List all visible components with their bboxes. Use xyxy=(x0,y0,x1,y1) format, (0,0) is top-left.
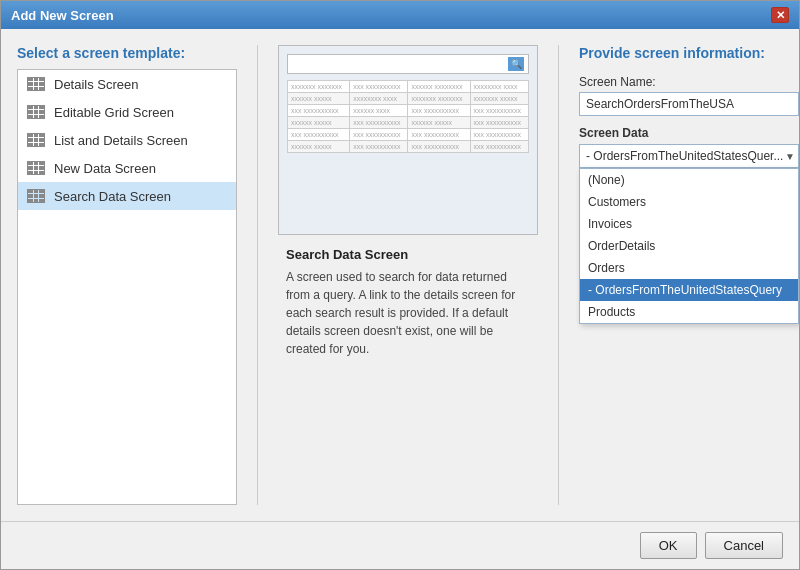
dropdown-item-customers[interactable]: Customers xyxy=(580,191,798,213)
right-panel-title: Provide screen information: xyxy=(579,45,799,61)
template-item-editable-grid[interactable]: Editable Grid Screen xyxy=(18,98,236,126)
dropdown-item-order-details[interactable]: OrderDetails xyxy=(580,235,798,257)
table-row: xxxxxxx xxxxxxx xxx xxxxxxxxxx xxxxxx xx… xyxy=(288,81,529,93)
dialog-title: Add New Screen xyxy=(11,8,114,23)
new-data-icon xyxy=(26,160,46,176)
search-data-icon xyxy=(26,188,46,204)
preview-search-button: 🔍 xyxy=(508,57,524,71)
template-list: Details Screen Editable Grid Screen List… xyxy=(17,69,237,505)
left-panel-title: Select a screen template: xyxy=(17,45,237,61)
ok-button[interactable]: OK xyxy=(640,532,697,559)
dropdown-item-orders-from-usa[interactable]: - OrdersFromTheUnitedStatesQuery xyxy=(580,279,798,301)
preview-area: 🔍 xxxxxxx xxxxxxx xxx xxxxxxxxxx xxxxxx … xyxy=(278,45,538,235)
dropdown-item-orders[interactable]: Orders xyxy=(580,257,798,279)
dialog-footer: OK Cancel xyxy=(1,521,799,569)
preview-table: xxxxxxx xxxxxxx xxx xxxxxxxxxx xxxxxx xx… xyxy=(287,80,529,153)
dropdown-selected-value[interactable]: - OrdersFromTheUnitedStatesQuer... xyxy=(579,144,799,168)
dropdown-list: (None) Customers Invoices OrderDetails O… xyxy=(579,168,799,324)
template-label-search-data: Search Data Screen xyxy=(54,189,171,204)
screen-name-input[interactable] xyxy=(579,92,799,116)
template-item-list-details[interactable]: List and Details Screen xyxy=(18,126,236,154)
dialog-body: Select a screen template: Details Screen… xyxy=(1,29,799,521)
center-panel: 🔍 xxxxxxx xxxxxxx xxx xxxxxxxxxx xxxxxx … xyxy=(278,45,538,505)
title-bar: Add New Screen ✕ xyxy=(1,1,799,29)
dropdown-item-products[interactable]: Products xyxy=(580,301,798,323)
screen-name-label: Screen Name: xyxy=(579,75,799,89)
screen-data-label: Screen Data xyxy=(579,126,799,140)
table-row: xxx xxxxxxxxxx xxx xxxxxxxxxx xxx xxxxxx… xyxy=(288,129,529,141)
description-text: A screen used to search for data returne… xyxy=(286,268,530,358)
template-label-details: Details Screen xyxy=(54,77,139,92)
table-row: xxxxxx xxxxx xxxxxxxx xxxx xxxxxxx xxxxx… xyxy=(288,93,529,105)
template-label-new-data: New Data Screen xyxy=(54,161,156,176)
dropdown-item-none[interactable]: (None) xyxy=(580,169,798,191)
table-row: xxxxxx xxxxx xxx xxxxxxxxxx xxx xxxxxxxx… xyxy=(288,141,529,153)
template-label-editable-grid: Editable Grid Screen xyxy=(54,105,174,120)
preview-search-bar: 🔍 xyxy=(287,54,529,74)
cancel-button[interactable]: Cancel xyxy=(705,532,783,559)
table-row: xxxxxx xxxxx xxx xxxxxxxxxx xxxxxx xxxxx… xyxy=(288,117,529,129)
screen-data-dropdown[interactable]: - OrdersFromTheUnitedStatesQuer... ▼ (No… xyxy=(579,144,799,168)
table-row: xxx xxxxxxxxxx xxxxxx xxxx xxx xxxxxxxxx… xyxy=(288,105,529,117)
add-new-screen-dialog: Add New Screen ✕ Select a screen templat… xyxy=(0,0,800,570)
template-item-new-data[interactable]: New Data Screen xyxy=(18,154,236,182)
vertical-divider xyxy=(257,45,258,505)
vertical-divider-2 xyxy=(558,45,559,505)
close-button[interactable]: ✕ xyxy=(771,7,789,23)
screen-name-section: Screen Name: xyxy=(579,75,799,116)
description-title: Search Data Screen xyxy=(286,247,530,262)
dropdown-selected-text: - OrdersFromTheUnitedStatesQuer... xyxy=(586,149,783,163)
left-panel: Select a screen template: Details Screen… xyxy=(17,45,237,505)
editable-grid-icon xyxy=(26,104,46,120)
right-panel: Provide screen information: Screen Name:… xyxy=(579,45,799,505)
dropdown-item-invoices[interactable]: Invoices xyxy=(580,213,798,235)
description-area: Search Data Screen A screen used to sear… xyxy=(278,247,538,358)
details-screen-icon xyxy=(26,76,46,92)
list-details-icon xyxy=(26,132,46,148)
template-item-search-data[interactable]: Search Data Screen xyxy=(18,182,236,210)
screen-data-section: Screen Data - OrdersFromTheUnitedStatesQ… xyxy=(579,126,799,168)
template-item-details[interactable]: Details Screen xyxy=(18,70,236,98)
template-label-list-details: List and Details Screen xyxy=(54,133,188,148)
